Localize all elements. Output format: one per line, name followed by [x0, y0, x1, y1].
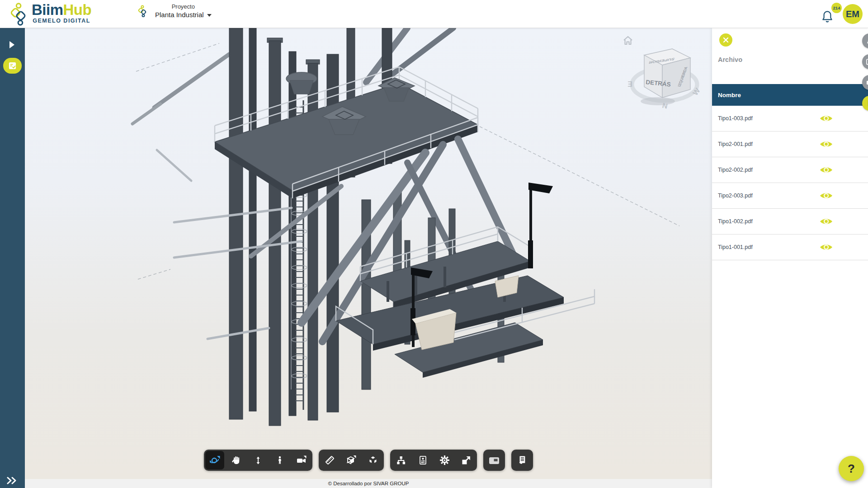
panel-title: Archivo — [718, 56, 742, 63]
model-browser-button[interactable] — [390, 450, 412, 471]
visibility-eye-button[interactable] — [819, 165, 833, 174]
file-list: Tipo1-003.pdf Tipo2-001.pdf Tipo2-002.pd… — [712, 106, 868, 260]
eye-icon — [819, 165, 833, 174]
eye-icon — [819, 217, 833, 226]
settings-icon — [439, 455, 450, 465]
top-header: BiimHub GEMELO DIGITAL Proyecto Planta I… — [0, 0, 868, 28]
file-name: Tipo2-001.pdf — [718, 141, 753, 147]
pan-icon — [232, 455, 241, 465]
toolbar-group-navigation — [204, 450, 312, 471]
model-tree-icon — [396, 455, 406, 465]
toolbar-group-panels — [390, 450, 477, 471]
orbit-icon — [209, 455, 220, 466]
file-row[interactable]: Tipo2-003.pdf — [712, 183, 868, 209]
images-button[interactable] — [862, 54, 868, 69]
explode-icon — [368, 455, 378, 465]
checklist-icon — [8, 61, 17, 70]
viewcube[interactable]: E N W SUPERIOR DETRÁS IZQUIERDA — [626, 42, 705, 121]
collapse-sidebar-button[interactable] — [6, 477, 18, 484]
visibility-eye-button[interactable] — [819, 114, 833, 123]
first-person-icon — [276, 455, 284, 465]
toolbar-group-minimap — [483, 450, 505, 471]
close-panel-button[interactable] — [719, 33, 732, 47]
viewer-canvas[interactable]: E N W SUPERIOR DETRÁS IZQUIERDA — [25, 28, 712, 479]
tree-view-button[interactable] — [862, 33, 868, 48]
brand-name: BiimHub — [32, 2, 91, 17]
video-mini-icon — [866, 80, 868, 85]
file-row[interactable]: Tipo1-003.pdf — [712, 106, 868, 131]
brand-logo-icon — [9, 2, 30, 27]
viewer-toolbar — [25, 450, 712, 471]
minimap-button[interactable] — [483, 450, 505, 471]
eye-icon — [819, 114, 833, 123]
notification-count-badge: 214 — [831, 3, 842, 13]
brand-logo: BiimHub GEMELO DIGITAL — [9, 2, 91, 27]
project-name: Planta Industrial — [155, 11, 204, 19]
camera-icon — [296, 455, 307, 466]
eye-icon — [819, 191, 833, 200]
project-logo-icon — [138, 3, 148, 20]
zoom-tool[interactable] — [247, 450, 269, 471]
zoom-icon — [254, 455, 262, 465]
pan-tool[interactable] — [226, 450, 247, 471]
toolbar-group-model-tools — [319, 450, 384, 471]
project-label: Proyecto — [155, 3, 212, 10]
videos-button[interactable] — [862, 75, 868, 90]
eye-icon — [819, 140, 833, 149]
first-person-tool[interactable] — [269, 450, 291, 471]
file-name: Tipo1-001.pdf — [718, 244, 753, 250]
tree-mini-icon — [867, 38, 868, 44]
settings-button[interactable] — [434, 450, 455, 471]
chevron-down-icon — [207, 14, 212, 17]
brand-subtitle: GEMELO DIGITAL — [32, 18, 91, 24]
notifications-button[interactable]: 214 — [821, 4, 836, 24]
file-name: Tipo1-002.pdf — [718, 218, 753, 225]
document-panel-button[interactable] — [511, 450, 533, 471]
panel-edge-buttons — [862, 33, 868, 111]
file-name: Tipo2-002.pdf — [718, 167, 753, 173]
file-row[interactable]: Tipo2-002.pdf — [712, 157, 868, 183]
archivo-panel: Archivo Nombre Tipo1-003.pdf Tipo2-001.p… — [712, 28, 868, 488]
copyright-text: © Desarrollado por SIVAR GROUP — [328, 481, 409, 486]
footer-bar: © Desarrollado por SIVAR GROUP — [25, 479, 712, 488]
file-row[interactable]: Tipo2-001.pdf — [712, 131, 868, 157]
compass-letter-e[interactable]: E — [627, 80, 632, 88]
properties-icon — [419, 455, 427, 465]
close-icon — [723, 37, 729, 43]
minimap-icon — [488, 455, 500, 465]
bell-icon — [821, 10, 834, 23]
section-tool[interactable] — [340, 450, 362, 471]
visibility-eye-button[interactable] — [819, 243, 833, 252]
visibility-eye-button[interactable] — [819, 140, 833, 149]
eye-icon — [819, 243, 833, 252]
biimhub-app: BiimHub GEMELO DIGITAL Proyecto Planta I… — [0, 0, 868, 488]
project-selector[interactable]: Proyecto Planta Industrial — [138, 3, 212, 20]
measure-icon — [325, 455, 335, 465]
report-icon — [518, 455, 527, 465]
fullscreen-button[interactable] — [455, 450, 477, 471]
image-mini-icon — [866, 59, 868, 65]
documents-button[interactable] — [862, 96, 868, 111]
file-row[interactable]: Tipo1-002.pdf — [712, 209, 868, 235]
file-name: Tipo2-003.pdf — [718, 192, 753, 199]
sidebar-item-checklist[interactable] — [3, 58, 22, 74]
camera-tool[interactable] — [291, 450, 312, 471]
visibility-eye-button[interactable] — [819, 217, 833, 226]
model-3d-industrial-tower[interactable] — [25, 28, 712, 479]
user-avatar[interactable]: EM — [843, 4, 863, 24]
measure-tool[interactable] — [319, 450, 340, 471]
orbit-tool[interactable] — [204, 450, 226, 471]
toolbar-group-documents — [511, 450, 533, 471]
expand-arrow-icon[interactable] — [9, 41, 15, 49]
help-button[interactable]: ? — [839, 456, 864, 481]
visibility-eye-button[interactable] — [819, 191, 833, 200]
file-name: Tipo1-003.pdf — [718, 115, 753, 122]
left-sidebar — [0, 28, 25, 488]
column-header-nombre: Nombre — [712, 84, 868, 106]
fullscreen-icon — [461, 455, 471, 465]
properties-button[interactable] — [412, 450, 434, 471]
file-row[interactable]: Tipo1-001.pdf — [712, 235, 868, 260]
explode-tool[interactable] — [362, 450, 384, 471]
section-icon — [346, 455, 357, 466]
